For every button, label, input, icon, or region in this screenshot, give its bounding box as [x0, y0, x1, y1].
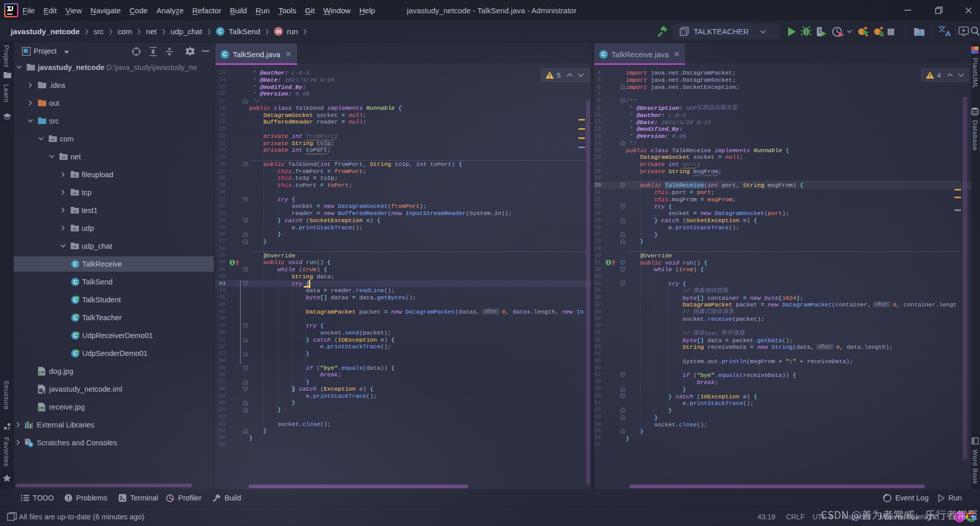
- svg-text:C: C: [74, 261, 78, 267]
- svg-text:C: C: [74, 279, 78, 285]
